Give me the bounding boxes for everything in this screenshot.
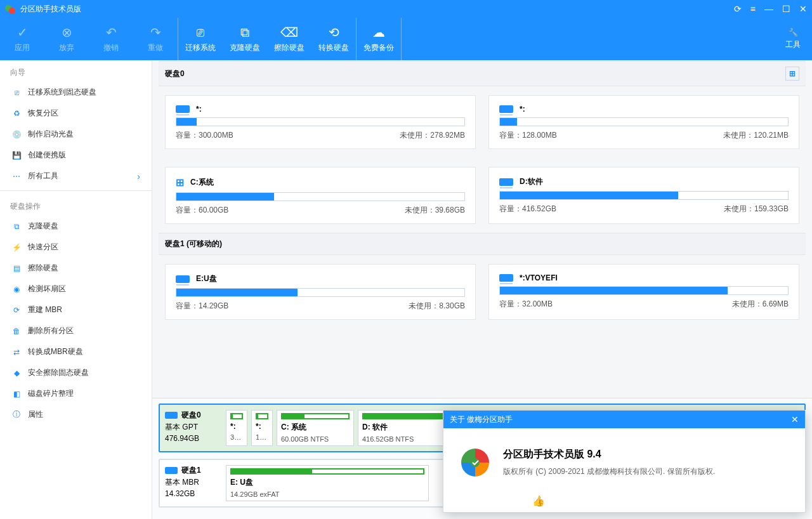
disk-icon [165,412,178,419]
close-icon[interactable]: ✕ [799,4,807,14]
sidebar-icon: ⋯ [11,172,22,181]
sidebar-icon: ◧ [11,390,22,398]
sidebar-item[interactable]: ◉检测坏扇区 [0,279,152,299]
sidebar-item[interactable]: ⟳重建 MBR [0,299,152,320]
sidebar-icon: 💾 [11,151,22,160]
partition-block[interactable]: *:30... [226,410,247,446]
disk-header[interactable]: 硬盘1 (可移动的) [159,233,806,255]
about-product-name: 分区助手技术员版 9.4 [503,448,715,461]
sidebar-item[interactable]: ⚡快速分区 [0,237,152,258]
thumbs-up-icon[interactable]: 👍 [532,495,545,507]
app-logo-icon [5,4,15,14]
disk-summary: 硬盘1基本 MBR14.32GB [165,465,222,501]
sidebar-icon: 💿 [11,130,22,139]
sidebar-item[interactable]: 💿制作启动光盘 [0,124,152,145]
view-toggle-icon[interactable]: ⊞ [785,67,799,81]
partition-card[interactable]: *:容量：128.00MB未使用：120.21MB [488,95,799,149]
sidebar-icon: ⟳ [11,306,22,315]
wrench-icon: 🔧 [789,28,798,37]
sidebar-icon: ◉ [11,285,22,294]
partition-card[interactable]: E:U盘容量：14.29GB未使用：8.30GB [165,264,476,320]
sidebar-item[interactable]: ♻恢复分区 [0,103,152,124]
partition-card[interactable]: ⊞C:系统容量：60.00GB未使用：39.68GB [165,167,476,224]
sidebar-item[interactable]: 💾创建便携版 [0,145,152,166]
sidebar-item[interactable]: ▤擦除硬盘 [0,258,152,279]
sidebar-icon: ♻ [11,109,22,118]
sidebar-icon: ⚡ [11,243,22,252]
disk-icon [499,105,513,113]
undo-button[interactable]: ↶撤销 [89,18,133,60]
sidebar-item[interactable]: ◧磁盘碎片整理 [0,383,152,404]
sidebar-item[interactable]: ◆安全擦除固态硬盘 [0,362,152,383]
apply-button[interactable]: ✓应用 [0,18,44,60]
tools-button[interactable]: 🔧 工具 [785,28,812,50]
partition-card[interactable]: D:软件容量：416.52GB未使用：159.33GB [488,167,799,224]
windows-icon: ⊞ [176,176,184,188]
refresh-icon[interactable]: ⟳ [734,4,742,14]
sidebar-item[interactable]: ⓘ属性 [0,404,152,425]
about-close-icon[interactable]: ✕ [791,414,799,424]
menu-icon[interactable]: ≡ [750,4,756,14]
sidebar-item[interactable]: 🗑删除所有分区 [0,320,152,341]
disk-summary: 硬盘0基本 GPT476.94GB [165,410,222,446]
disk-icon [499,178,513,186]
discard-button[interactable]: ⊗放弃 [44,18,89,60]
disk-icon [499,274,513,282]
about-copyright: 版权所有 (C) 2009-2021 成都傲梅科技有限公司. 保留所有版权. [503,466,715,477]
redo-button[interactable]: ↷重做 [133,18,178,60]
sidebar-header-diskops: 硬盘操作 [0,195,152,216]
sidebar-icon: ⇄ [11,348,22,357]
sidebar-icon: 🗑 [11,327,22,336]
usage-bar [176,117,465,126]
sidebar-item[interactable]: ⇄转换成MBR硬盘 [0,341,152,362]
partition-block[interactable]: *:12... [251,410,273,446]
toolbar: ✓应用 ⊗放弃 ↶撤销 ↷重做 ⎚迁移系统 ⧉克隆硬盘 ⌫擦除硬盘 ⟲转换硬盘 … [0,18,812,61]
sidebar-item[interactable]: ⋯所有工具 [0,166,152,187]
maximize-icon[interactable]: ☐ [782,4,790,14]
title-bar: 分区助手技术员版 ⟳ ≡ — ☐ ✕ [0,0,812,18]
sidebar-icon: ▤ [11,264,22,273]
wipe-disk-button[interactable]: ⌫擦除硬盘 [267,18,311,60]
about-dialog: 关于 傲梅分区助手 ✕ 分区助手技术员版 9.4 版权所有 (C) 2009-2… [443,410,806,513]
usage-bar [176,288,465,297]
sidebar: 向导 ⎚迁移系统到固态硬盘♻恢复分区💿制作启动光盘💾创建便携版⋯所有工具 硬盘操… [0,61,152,519]
about-title: 关于 傲梅分区助手 [450,414,513,425]
disk-header[interactable]: 硬盘0⊞ [159,61,806,86]
sidebar-item[interactable]: ⧉克隆硬盘 [0,216,152,237]
sidebar-header-wizard: 向导 [0,61,152,82]
disk-icon [176,275,190,283]
sidebar-icon: ⎚ [11,88,22,97]
sidebar-icon: ◆ [11,369,22,378]
sidebar-item[interactable]: ⎚迁移系统到固态硬盘 [0,82,152,103]
disk-icon [176,105,190,113]
partition-block[interactable]: C: 系统60.00GB NTFS [277,410,354,446]
about-logo-icon [459,446,492,479]
partition-card[interactable]: *:VTOYEFI容量：32.00MB未使用：6.69MB [488,264,799,320]
partition-card[interactable]: *:容量：300.00MB未使用：278.92MB [165,95,476,149]
disk-icon [165,467,178,474]
migrate-os-button[interactable]: ⎚迁移系统 [178,18,223,60]
usage-bar [499,117,789,126]
minimize-icon[interactable]: — [764,4,773,14]
convert-disk-button[interactable]: ⟲转换硬盘 [311,18,356,60]
clone-disk-button[interactable]: ⧉克隆硬盘 [223,18,267,60]
app-title: 分区助手技术员版 [20,4,81,15]
svg-point-0 [471,458,480,467]
sidebar-icon: ⧉ [11,222,22,231]
sidebar-icon: ⓘ [11,409,22,420]
free-backup-button[interactable]: ☁免费备份 [357,18,401,60]
usage-bar [499,286,789,295]
usage-bar [176,192,465,201]
partition-block[interactable]: E: U盘14.29GB exFAT [226,465,429,501]
usage-bar [499,191,789,200]
